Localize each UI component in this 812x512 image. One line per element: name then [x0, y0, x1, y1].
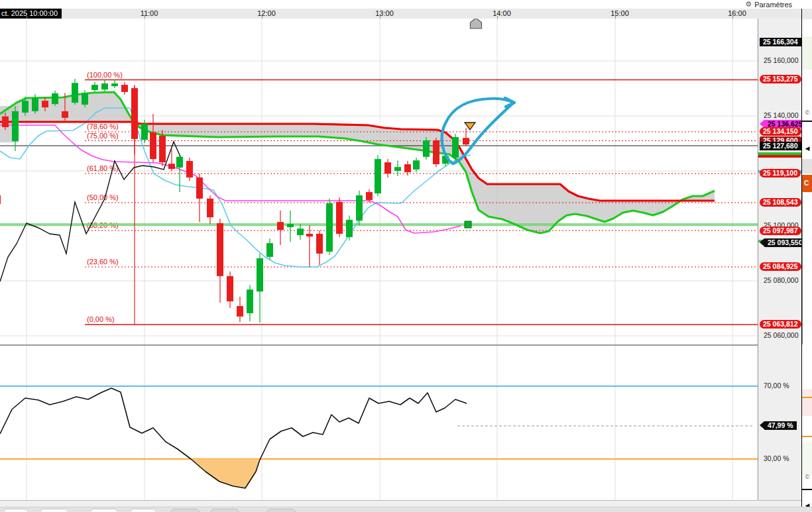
price-axis-label: 25 063,812	[760, 320, 801, 329]
candle-bearish	[159, 136, 166, 162]
top-toolbar: ⚙ Paramètres	[0, 0, 812, 9]
crosshair-timestamp-label: ct. 2025 10:00:00	[0, 9, 62, 19]
candle-bullish	[266, 243, 273, 257]
candle-bullish	[72, 83, 78, 103]
settings-button-label: Paramètres	[754, 1, 792, 9]
candle-bullish	[247, 289, 253, 313]
taskbar-button[interactable]	[40, 509, 68, 512]
chart-bottom-margin	[0, 500, 801, 507]
taskbar-button[interactable]	[3, 509, 29, 512]
copyright-glyph: ©	[802, 109, 812, 116]
candle-bullish	[375, 159, 381, 193]
fib-level-label: (50,00 %)	[87, 193, 119, 201]
price-axis-label: 70,00 %	[764, 382, 789, 390]
price-axis-label: 25 166,304	[760, 38, 801, 46]
candle-bearish	[196, 178, 203, 199]
bg-window-orange-line	[802, 397, 812, 398]
candle-bearish	[150, 132, 156, 159]
candle-bearish	[463, 138, 469, 144]
main-chart-area[interactable]: (100,00 %)(78,60 %)(75,00 %)(61,80 %)(50…	[0, 19, 758, 500]
candle-bullish	[356, 195, 363, 221]
candle-bearish	[207, 199, 213, 217]
candle-bearish	[131, 88, 138, 139]
candle-bearish	[277, 222, 284, 230]
candle-bearish	[316, 234, 323, 254]
candle-bullish	[82, 93, 88, 105]
scroll-left-icon[interactable]: ◀	[802, 145, 812, 152]
candle-bullish	[452, 137, 459, 158]
candle-bearish	[121, 85, 128, 92]
bg-window-orange-line	[802, 436, 812, 437]
settings-button[interactable]: ⚙ Paramètres	[745, 0, 792, 9]
time-axis[interactable]: ct. 2025 10:00:00 11:0012:0013:0014:0015…	[0, 9, 801, 19]
price-axis[interactable]: 25 166,30425 160,00025 153,27525 140,000…	[758, 19, 801, 500]
candle-bearish	[62, 111, 68, 118]
candle-bullish	[141, 124, 148, 140]
price-axis-label: 25 108,543	[760, 198, 801, 207]
taskbar-button[interactable]	[170, 509, 200, 512]
fib-level-label: (23,60 %)	[87, 258, 119, 266]
taskbar	[0, 507, 812, 512]
candle-bearish	[306, 234, 313, 236]
candle-bearish	[186, 161, 193, 178]
price-axis-label: 25 080,000	[764, 276, 799, 285]
candle-bullish	[423, 140, 430, 157]
price-axis-label: 25 153,275	[760, 75, 801, 83]
candle-bullish	[394, 167, 401, 171]
candle-bullish	[12, 111, 19, 141]
time-axis-label: 15:00	[610, 9, 629, 17]
candle-bearish	[433, 140, 439, 164]
price-axis-label: 25 097,987	[760, 227, 801, 235]
bg-window-divider	[802, 489, 812, 490]
candle-bearish	[2, 117, 9, 127]
taskbar-button[interactable]	[130, 509, 156, 512]
price-axis-label: 25 084,925	[760, 262, 801, 271]
time-axis-label: 12:00	[257, 9, 276, 17]
price-axis-label: 25 127,680	[760, 142, 801, 150]
bg-window-titlebar[interactable]: C	[802, 175, 812, 192]
candle-bearish	[336, 202, 343, 234]
price-axis-label: 25 093,550	[764, 238, 806, 247]
time-axis-label: 14:00	[493, 9, 511, 17]
price-axis-label: 25 140,000	[764, 111, 799, 120]
bg-window-divider	[802, 121, 812, 122]
fib-level-label: (75,00 %)	[87, 132, 119, 140]
candle-bearish	[42, 101, 48, 107]
price-axis-label: 25 134,150	[760, 127, 801, 136]
taskbar-button[interactable]	[210, 509, 239, 512]
candle-bearish	[168, 164, 175, 169]
green-square-marker[interactable]	[465, 221, 471, 228]
candle-bearish	[217, 223, 223, 276]
price-axis-label: 25 160,000	[764, 56, 799, 65]
time-axis-label: 11:00	[141, 9, 158, 17]
candle-bullish	[52, 93, 58, 104]
candle-bullish	[22, 101, 29, 113]
time-axis-label: 13:00	[375, 9, 394, 17]
candle-bearish	[384, 162, 391, 174]
taskbar-button[interactable]	[90, 509, 118, 512]
bg-window-fragment	[802, 159, 812, 174]
bg-window-fragment	[802, 442, 812, 476]
candle-bullish	[111, 83, 118, 86]
candle-bullish	[413, 160, 420, 170]
candle-bullish	[346, 220, 353, 237]
bg-window-body	[802, 192, 812, 344]
candle-bullish	[32, 98, 38, 111]
fib-level-label: (0,00 %)	[87, 315, 115, 323]
taskbar-button[interactable]	[266, 509, 296, 512]
bg-window-fragment	[802, 389, 812, 416]
candle-bullish	[326, 203, 333, 252]
axis-line-marker	[758, 155, 802, 158]
candle-bearish	[227, 276, 233, 301]
copyright-glyph: ©	[802, 474, 812, 480]
candle-bearish	[237, 306, 243, 317]
candle-bullish	[297, 229, 304, 235]
price-axis-label: 47,99 %	[764, 421, 797, 430]
price-axis-label: 30,00 %	[764, 454, 789, 463]
fib-level-label: (100,00 %)	[87, 71, 123, 79]
candle-bearish	[404, 164, 411, 172]
candle-bearish	[0, 195, 1, 204]
time-axis-label: 16:00	[728, 9, 746, 17]
candle-bullish	[91, 85, 98, 90]
partial-background-window[interactable]: © ◀ C © ◀	[801, 9, 812, 512]
